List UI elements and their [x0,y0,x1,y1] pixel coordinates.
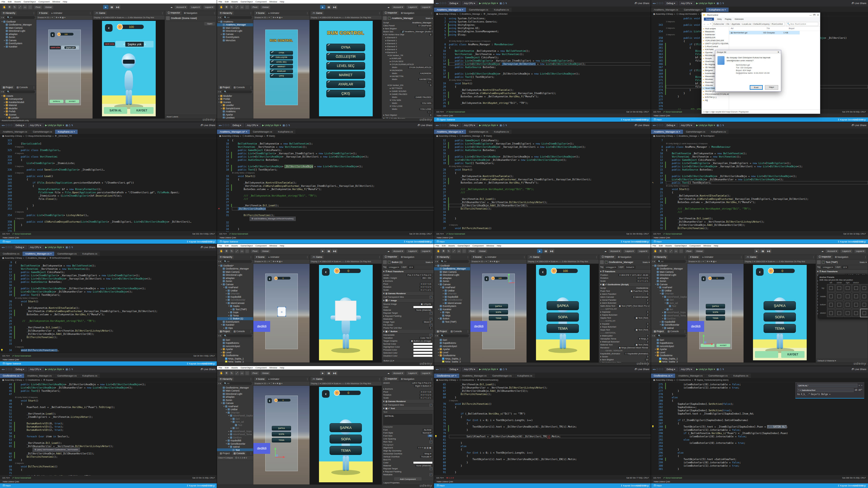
code-line[interactable]: 12 public GameObject CikisPaneli; [217,149,434,152]
hierarchy-item[interactable]: AnaMenu_Manager [217,23,253,27]
panel-menu-icon[interactable]: ⋮ [214,12,216,14]
expand-arrow[interactable]: ▾ [1,21,3,23]
code-line[interactable]: 35 [217,231,434,231]
menu-item[interactable]: Help [280,1,284,3]
anchor-preset[interactable] [860,293,868,300]
code-line[interactable]: 345 if (File.Exists(Application.persiste… [0,181,217,184]
code-line[interactable]: 27 /// [651,210,868,214]
tab-animator[interactable]: ⪢ Animator [50,11,64,15]
code-line[interactable]: 281 Sapkalar[SapkaIndex].SetActive(false… [651,402,868,405]
code-line[interactable]: 25 /// _Bellekyonetim.VeriKaydet_string(… [217,194,434,197]
text-value-field[interactable]: SATIN AL [383,414,432,425]
tag-dropdown[interactable]: Untagged ▾ [604,266,617,269]
anchor-preset[interactable] [860,284,868,292]
property-value[interactable]: 3 [646,293,649,295]
hierarchy-item[interactable]: Zemin [217,398,253,402]
expand-arrow[interactable]: ▸ [220,33,223,35]
account-dropdown[interactable]: Account ▾ [609,250,621,253]
static-dropdown[interactable]: Static ▾ [426,261,433,263]
zoom-level[interactable]: 101 % ▾ [436,110,443,113]
code-line[interactable]: 12 public GameObject CikisPaneli; [651,158,868,162]
code-line[interactable]: 32 } [0,339,217,342]
category-button[interactable]: SOPA [706,310,725,315]
anchor-preset[interactable] [835,284,843,292]
cpu-dropdown[interactable]: Any CPU ▾ [28,367,44,371]
expand-arrow[interactable]: ▾ [1,95,3,97]
property-value[interactable]: Pos X 0 Pos Y 0 Pos Z 0 [406,274,432,276]
code-line[interactable]: 376 } [0,223,217,227]
tab-console[interactable]: ▤ Console [232,329,247,333]
attach-to-unity-button[interactable]: ▶ Unity'ye İliştir ▾ [696,2,715,5]
layers-dropdown[interactable]: Layers ▾ [407,250,418,253]
color-swatch[interactable] [413,462,432,464]
step-button[interactable]: ▶▮ [332,5,337,9]
project-item[interactable]: ▸Ayarlar [217,348,253,351]
code-line[interactable]: 59 foreach (var item in Sesler)… [0,435,217,438]
column-header[interactable]: Tür [765,27,787,31]
property-checkbox[interactable]: ✓ [430,324,432,326]
category-button[interactable]: SOPA [764,313,796,322]
replace-input[interactable] [797,388,854,392]
document-tab[interactable]: GameManager.cs [55,252,79,256]
menu-item[interactable]: Help [280,366,284,369]
hierarchy-item[interactable]: ▸Geri [217,417,253,421]
expand-arrow[interactable]: ▾ [223,286,225,289]
code-line[interactable]: ⚙ Unity İletisi | 0 başvuru [434,78,651,82]
section-arrow[interactable]: ▾ [383,400,384,402]
transform-tool-icon[interactable]: ⬚ [462,249,466,253]
code-line[interactable]: ⚙ Unity İletisi | 0 başvuru [0,297,217,300]
menu-button[interactable]: ÇIKIŞ [326,90,365,97]
scale-tool-icon[interactable]: ⤢ [669,249,673,253]
code-line[interactable]: 16 [651,171,868,174]
menu-button[interactable]: ÇIKIŞ [270,74,293,78]
hierarchy-item[interactable]: ▾Ozellestir [0,20,36,23]
anchor-preset[interactable] [827,301,835,309]
hierarchy-item[interactable]: Zemin [434,280,470,283]
find-next-icon[interactable]: → [861,384,862,387]
breadcrumb-item[interactable]: ⬡ AnaMenu_Manage [677,135,697,137]
anchor-preset[interactable] [835,293,843,300]
property-checkbox[interactable]: ✓ [430,312,432,315]
code-line[interactable]: 295 } [651,448,868,451]
document-tab[interactable]: Kutuphane.cs [275,130,296,134]
code-line[interactable]: 70 void DilTercihiYonetimi() [434,402,651,405]
expand-arrow[interactable]: ▸ [227,311,230,314]
pause-button[interactable]: ▮▮ [543,249,549,253]
code-line[interactable]: 9 başvuru [0,145,217,149]
menu-button[interactable]: ÖZELLEŞTİR [326,53,365,61]
code-line[interactable]: 25 _Bellekyonetim.VeriKaydet_string("Dil… [434,101,651,105]
back-button[interactable]: ‹ [322,268,330,276]
breadcrumb-item[interactable]: ⚙ DilTercihiYonetimi() [477,379,499,381]
code-line[interactable]: 378 [0,230,217,231]
expand-arrow[interactable]: ▾ [220,402,223,404]
code-line[interactable]: 20 { [434,85,651,88]
code-editor[interactable]: 275 islemButonlari[0].interactable = fal… [651,382,868,476]
category-button[interactable]: TEMA [330,446,362,455]
document-tab[interactable]: AnaMenu_Manager.cs* × [217,130,250,134]
add-button[interactable]: + ▾ [652,260,655,263]
expand-arrow[interactable]: ▾ [227,415,230,417]
move-tool-icon[interactable]: ✥ [224,5,229,9]
menu-item[interactable]: GameObject [458,245,470,247]
save-button[interactable]: KAYDET [65,100,79,103]
open-button[interactable]: Open [204,22,215,26]
code-line[interactable]: 299 islemButonlari[0].interactable = fal… [651,461,868,464]
tab-game[interactable]: 🎮 Game [528,255,541,259]
menu-item[interactable]: File [219,1,222,3]
menu-item[interactable]: GameObject [675,245,687,247]
property-checkbox[interactable]: ✓ [430,296,432,298]
up-icon[interactable]: ↑ [710,23,711,25]
menu-item[interactable]: Component [255,245,267,247]
expand-arrow[interactable]: ▸ [442,293,444,295]
component-section[interactable]: ▾▣ ✓ Ozellestirme (Script) [599,283,651,287]
hand-tool-icon[interactable]: ✋ [436,249,440,253]
active-checkbox[interactable]: ✓ [822,261,825,263]
code-line[interactable]: 13 public List<ItemBilgileri> _Varsayila… [217,152,434,155]
hierarchy-item[interactable]: ▸IslemPaneli_Sopa [651,311,687,314]
zoom-level[interactable]: 101 % ▾ [2,477,9,479]
code-line[interactable]: 50 PuanText.text = _BellekYonetim.VeriOk… [0,405,217,409]
panel-menu-icon[interactable]: ⋮ [306,256,309,258]
code-line[interactable]: 12 public GameObject CikisPaneli; [0,270,217,274]
project-item[interactable]: Geri [651,338,687,341]
code-line[interactable]: 26 /// _Bellekyonetim.VeriKaydet_string(… [434,188,651,191]
